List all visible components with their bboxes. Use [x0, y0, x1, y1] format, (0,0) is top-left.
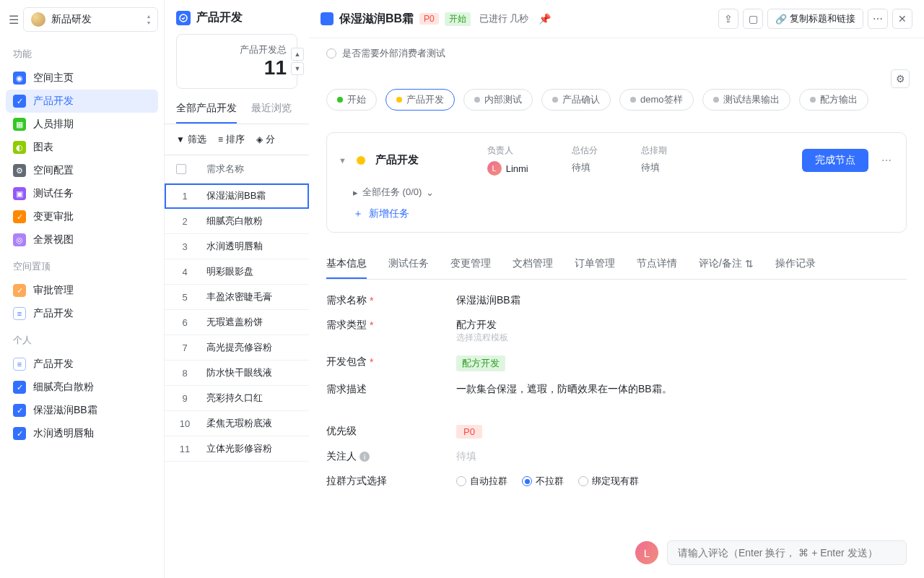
tab-recent[interactable]: 最近浏览 — [251, 102, 292, 124]
comment-input[interactable] — [667, 540, 907, 565]
filter-button[interactable]: ▼筛选 — [176, 133, 206, 146]
row-number: 7 — [176, 342, 193, 353]
field-settings-button[interactable]: ⚙ — [891, 69, 910, 88]
select-all-checkbox[interactable] — [176, 164, 186, 174]
help-icon[interactable]: i — [359, 452, 370, 462]
workflow-step[interactable]: demo签样 — [619, 89, 694, 111]
sidebar-item-schedule[interactable]: ▦人员排期 — [6, 113, 158, 136]
table-row[interactable]: 11立体光影修容粉 — [165, 436, 309, 462]
module-icon — [176, 11, 191, 25]
radio-auto[interactable]: 自动拉群 — [456, 475, 507, 488]
template-placeholder: 选择流程模板 — [456, 332, 907, 344]
radio-none[interactable]: 不拉群 — [522, 475, 564, 488]
detail-tab[interactable]: 操作记录 — [775, 250, 816, 279]
detail-tab[interactable]: 节点详情 — [637, 250, 677, 279]
table-row[interactable]: 5丰盈浓密睫毛膏 — [165, 285, 309, 310]
field-desc-value[interactable]: 一款集合保湿，遮瑕，防晒效果在一体的BB霜。 — [456, 383, 907, 396]
detail-tab[interactable]: 评论/备注⇅ — [699, 250, 754, 279]
field-type-value[interactable]: 配方开发选择流程模板 — [456, 319, 907, 344]
sidebar-personal-item-1[interactable]: ✓细腻亮白散粉 — [6, 376, 158, 399]
comment-avatar: L — [635, 541, 658, 564]
workflow-step[interactable]: 产品开发 — [385, 89, 455, 111]
sidebar-personal-item-2[interactable]: ✓保湿滋润BB霜 — [6, 399, 158, 422]
col-header-name: 需求名称 — [206, 163, 244, 176]
pin-icon[interactable]: 📌 — [539, 13, 551, 25]
table-row[interactable]: 1保湿滋润BB霜 — [165, 184, 309, 209]
table-row[interactable]: 4明彩眼影盘 — [165, 259, 309, 285]
row-number: 10 — [176, 418, 193, 429]
radio-bind[interactable]: 绑定现有群 — [578, 475, 639, 488]
sidebar-item-product-dev[interactable]: ✓产品开发 — [6, 90, 158, 113]
detail-tab[interactable]: 测试任务 — [388, 250, 429, 279]
chevron-right-icon: ▸ — [353, 187, 358, 198]
table-row[interactable]: 10柔焦无瑕粉底液 — [165, 411, 309, 436]
tab-all[interactable]: 全部产品开发 — [176, 102, 237, 124]
more-button[interactable]: ⋯ — [868, 9, 888, 29]
field-follower-value[interactable]: 待填 — [456, 450, 907, 463]
gear-icon: ⚙ — [13, 164, 26, 177]
sidebar-collapse-icon[interactable]: ☰ — [9, 13, 19, 27]
assignee-value[interactable]: L Linmi — [487, 161, 528, 176]
field-include-value[interactable]: 配方开发 — [456, 355, 907, 371]
bookmark-button[interactable]: ▢ — [743, 9, 763, 29]
group-button[interactable]: ◈分 — [256, 133, 275, 146]
workspace-selector[interactable]: 新品研发 ▴▾ — [23, 7, 158, 32]
stat-up-button[interactable]: ▲ — [291, 48, 304, 61]
approve-icon: ✓ — [13, 210, 26, 223]
collapse-chevron-icon[interactable]: ▼ — [339, 156, 346, 165]
workflow-step[interactable]: 内部测试 — [463, 89, 533, 111]
close-button[interactable]: ✕ — [892, 9, 912, 29]
field-name-value[interactable]: 保湿滋润BB霜 — [456, 294, 907, 307]
row-name: 柔焦无瑕粉底液 — [206, 417, 297, 430]
task-icon: ✓ — [13, 404, 26, 417]
sidebar-personal-product[interactable]: ≡产品开发 — [6, 353, 158, 376]
sidebar-pinned-approve[interactable]: ✓审批管理 — [6, 279, 158, 302]
sidebar-pinned-product[interactable]: ≡产品开发 — [6, 302, 158, 325]
detail-tab[interactable]: 订单管理 — [575, 250, 615, 279]
table-body: 1保湿滋润BB霜2细腻亮白散粉3水润透明唇釉4明彩眼影盘5丰盈浓密睫毛膏6无瑕遮… — [165, 184, 309, 462]
subtasks-toggle[interactable]: ▸ 全部任务 (0/0) ⌄ — [353, 186, 894, 199]
table-row[interactable]: 3水润透明唇釉 — [165, 234, 309, 259]
sidebar-item-approve[interactable]: ✓变更审批 — [6, 205, 158, 228]
detail-tab[interactable]: 变更管理 — [450, 250, 491, 279]
field-priority-value[interactable]: P0 — [456, 425, 907, 439]
link-icon: 🔗 — [775, 14, 787, 25]
finish-node-button[interactable]: 完成节点 — [802, 149, 868, 172]
sidebar-item-config[interactable]: ⚙空间配置 — [6, 159, 158, 182]
row-name: 丰盈浓密睫毛膏 — [206, 290, 297, 303]
copy-link-button[interactable]: 🔗复制标题和链接 — [767, 9, 863, 29]
sort-icon: ⇅ — [745, 258, 754, 269]
comment-bar: L — [618, 530, 924, 578]
sidebar-item-test[interactable]: ▣测试任务 — [6, 182, 158, 205]
detail-tab[interactable]: 文档管理 — [513, 250, 553, 279]
table-row[interactable]: 2细腻亮白散粉 — [165, 209, 309, 234]
points-value[interactable]: 待填 — [572, 161, 598, 174]
share-button[interactable]: ⇪ — [718, 9, 738, 29]
add-task-button[interactable]: ＋ 新增任务 — [353, 207, 894, 220]
detail-tab[interactable]: 基本信息 — [326, 250, 367, 279]
sidebar-item-overview[interactable]: ◎全景视图 — [6, 228, 158, 251]
table-row[interactable]: 8防水快干眼线液 — [165, 361, 309, 386]
section-label-personal: 个人 — [6, 331, 158, 350]
checklist-icon: ✓ — [13, 95, 26, 108]
plus-icon: ＋ — [353, 207, 363, 220]
stat-down-button[interactable]: ▼ — [291, 62, 304, 75]
schedule-value[interactable]: 待填 — [641, 161, 667, 174]
row-name: 亮彩持久口红 — [206, 392, 297, 405]
workflow-step[interactable]: 产品确认 — [541, 89, 611, 111]
workflow-step[interactable]: 开始 — [326, 89, 377, 111]
sidebar-item-home[interactable]: ◉空间主页 — [6, 66, 158, 90]
sidebar-personal-item-3[interactable]: ✓水润透明唇釉 — [6, 422, 158, 445]
node-more-button[interactable]: ⋯ — [879, 152, 894, 169]
sort-button[interactable]: ≡排序 — [218, 133, 245, 146]
table-row[interactable]: 6无瑕遮盖粉饼 — [165, 310, 309, 335]
table-row[interactable]: 9亮彩持久口红 — [165, 386, 309, 411]
consumer-test-field[interactable]: 是否需要外部消费者测试 — [326, 47, 907, 60]
table-row[interactable]: 7高光提亮修容粉 — [165, 335, 309, 361]
row-number: 6 — [176, 317, 193, 328]
sidebar-item-chart[interactable]: ◐图表 — [6, 136, 158, 159]
workflow-step[interactable]: 测试结果输出 — [702, 89, 790, 111]
workflow-step[interactable]: 配方输出 — [799, 89, 868, 111]
row-name: 水润透明唇釉 — [206, 240, 297, 253]
home-icon: ◉ — [13, 72, 26, 85]
